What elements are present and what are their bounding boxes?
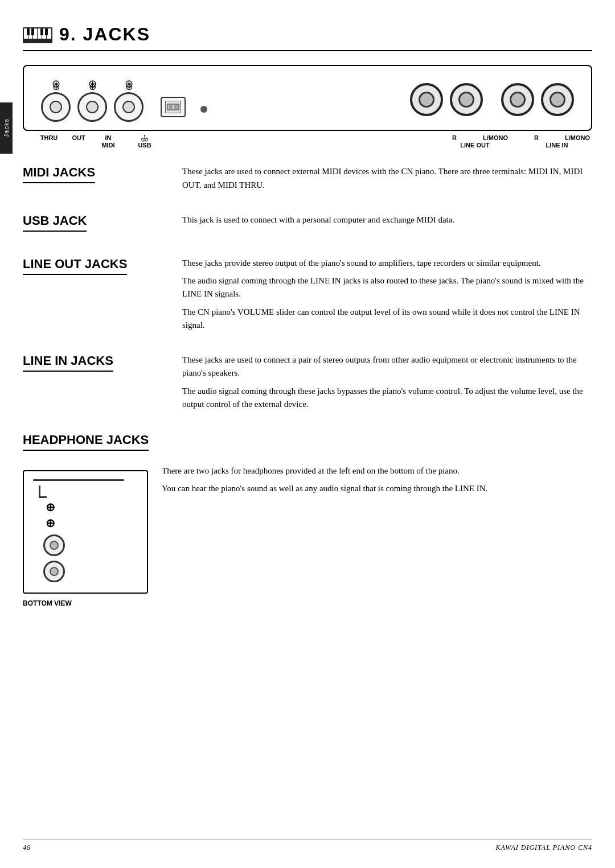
- chapter-title: 9. Jacks: [59, 24, 150, 45]
- bottom-view-area: ⊕ ⊕: [23, 464, 148, 607]
- line-out-section: LINE OUT Jacks These jacks provide stere…: [23, 257, 592, 336]
- line-in-para1: These jacks are used to connect a pair o…: [182, 353, 592, 380]
- midi-para1: These jacks are used to connect external…: [182, 165, 592, 192]
- usb-para1: This jack is used to connect with a pers…: [182, 213, 592, 227]
- line-in-l-jack: [541, 83, 574, 116]
- line-in-para2: The audio signal coming through these ja…: [182, 385, 592, 412]
- jacks-diagram: ⊕ ⊕ ⊕: [23, 65, 592, 131]
- bottom-view-label: BOTTOM VIEW: [23, 599, 72, 607]
- line-out-para3: The CN piano's VOLUME slider can control…: [182, 306, 592, 332]
- midi-section: MIDI Jacks These jacks are used to conne…: [23, 165, 592, 196]
- midi-in-jack: [114, 92, 144, 122]
- line-out-heading: LINE OUT Jacks: [23, 257, 127, 275]
- diagram-labels: THRU OUT IN MIDI USB: [23, 134, 592, 149]
- svg-point-14: [144, 135, 145, 136]
- svg-rect-12: [169, 105, 173, 109]
- svg-rect-13: [174, 105, 178, 109]
- page-footer: 46 KAWAI DIGITAL PIANO CN4: [23, 839, 592, 852]
- headphone-para1: There are two jacks for headphones provi…: [162, 464, 592, 478]
- chapter-heading: 9. Jacks: [23, 23, 592, 51]
- line-out-para2: The audio signal coming through the LINE…: [182, 274, 592, 301]
- usb-jack-group: [161, 82, 186, 117]
- line-in-heading: LINE IN Jacks: [23, 353, 113, 372]
- midi-thru-jack: [41, 92, 71, 122]
- bottom-view-diagram: ⊕ ⊕: [23, 470, 148, 594]
- side-tab: Jacks: [0, 102, 13, 154]
- usb-heading: USB Jack: [23, 213, 87, 232]
- midi-out-jack: [77, 92, 107, 122]
- svg-rect-7: [27, 28, 30, 35]
- page-number: 46: [23, 843, 30, 852]
- line-in-r-jack: [501, 83, 534, 116]
- headphone-jack-2: [43, 561, 65, 582]
- midi-labels: THRU OUT IN MIDI: [34, 134, 123, 149]
- usb-dot: [200, 87, 207, 113]
- headphone-text: There are two jacks for headphones provi…: [162, 464, 592, 500]
- line-in-jacks-group: [501, 83, 574, 116]
- headphone-jack-1: [43, 534, 65, 556]
- line-out-r-jack: [410, 83, 443, 116]
- brand-name: KAWAI DIGITAL PIANO CN4: [495, 844, 592, 852]
- line-out-para1: These jacks provide stereo output of the…: [182, 257, 592, 270]
- headphone-heading: HEADPHONE Jacks: [23, 433, 149, 451]
- usb-jack: [161, 97, 186, 117]
- line-out-labels: R L/MONO LINE OUT: [440, 134, 510, 149]
- midi-heading: MIDI Jacks: [23, 165, 95, 183]
- chapter-icon: [23, 23, 52, 46]
- svg-rect-8: [31, 28, 34, 35]
- midi-jacks-group: ⊕ ⊕ ⊕: [41, 77, 144, 122]
- line-out-jacks-group: [410, 83, 483, 116]
- line-in-labels: R L/MONO LINE IN: [522, 134, 592, 149]
- usb-section: USB Jack This jack is used to connect wi…: [23, 213, 592, 240]
- side-tab-label: Jacks: [3, 118, 10, 137]
- line-in-section: LINE IN Jacks These jacks are used to co…: [23, 353, 592, 416]
- line-out-l-jack: [450, 83, 483, 116]
- svg-rect-10: [45, 28, 48, 35]
- headphone-section: HEADPHONE Jacks: [23, 433, 592, 607]
- svg-rect-9: [40, 28, 43, 35]
- headphone-para2: You can hear the piano's sound as well a…: [162, 482, 592, 495]
- usb-label: USB: [125, 134, 164, 149]
